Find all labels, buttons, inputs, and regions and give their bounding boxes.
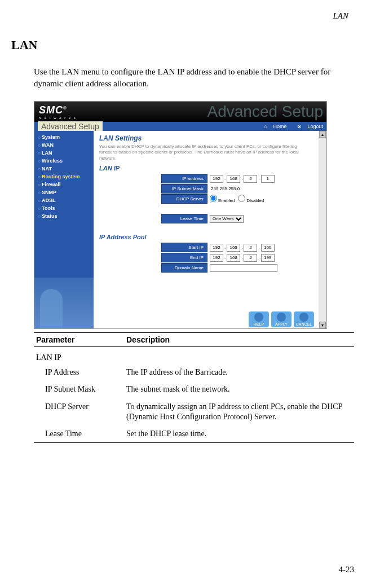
sidebar-item-status[interactable]: Status — [34, 212, 94, 220]
param-ip-subnet-mask: IP Subnet Mask — [34, 381, 124, 398]
dhcp-row: DHCP Server Enabled Disabled — [161, 194, 313, 204]
help-button[interactable]: HELP — [249, 311, 269, 327]
topbar-right: ⌂ Home ⊗ Logout — [255, 124, 323, 129]
param-lease-time: Lease Time — [34, 425, 124, 443]
start-ip-3[interactable] — [244, 244, 257, 252]
ip-octet-4[interactable] — [261, 175, 275, 183]
logo-sub: N e t w o r k s — [39, 116, 77, 120]
subnet-value: 255.255.255.0 — [210, 186, 240, 191]
lease-label: Lease Time — [161, 214, 207, 223]
intro-paragraph: Use the LAN menu to configure the LAN IP… — [34, 66, 354, 90]
logout-link[interactable]: ⊗ Logout — [293, 124, 323, 129]
sidebar-item-system[interactable]: System — [34, 133, 94, 141]
param-ip-address: IP Address — [34, 364, 124, 381]
end-ip-4[interactable] — [261, 254, 275, 262]
end-ip-label: End IP — [161, 253, 207, 262]
end-ip-row: End IP . . . — [161, 253, 313, 262]
desc-dhcp-server: To dynamically assign an IP address to c… — [124, 398, 354, 425]
subnet-label: IP Subnet Mask — [161, 184, 207, 194]
domain-row: Domain Name — [161, 263, 313, 273]
th-parameter: Parameter — [34, 333, 124, 347]
sidebar-item-lan[interactable]: LAN — [34, 149, 94, 157]
screenshot-topbar: Advanced Setup ⌂ Home ⊗ Logout — [34, 122, 326, 131]
logout-label: Logout — [307, 124, 323, 129]
logo-reg: ® — [63, 106, 67, 111]
desc-ip-address: The IP address of the Barricade. — [124, 364, 354, 381]
main-description: You can enable DHCP to dynamically alloc… — [99, 144, 313, 161]
home-link[interactable]: ⌂ Home — [259, 124, 286, 129]
sidebar-item-firewall[interactable]: Firewall — [34, 181, 94, 188]
scrollbar[interactable]: ▴ ▾ — [319, 131, 326, 328]
help-icon — [254, 313, 263, 322]
ip-octet-2[interactable] — [227, 175, 240, 183]
end-ip-3[interactable] — [244, 254, 257, 262]
end-ip-1[interactable] — [210, 254, 223, 262]
pool-title: IP Address Pool — [99, 234, 313, 240]
apply-label: APPLY — [275, 322, 288, 326]
sidebar-image-area — [34, 278, 94, 328]
section-title: LAN — [11, 38, 354, 52]
topbar-title: Advanced Setup — [38, 121, 103, 131]
dhcp-disabled-text: Disabled — [246, 198, 264, 203]
help-label: HELP — [254, 322, 264, 326]
main-title: LAN Settings — [99, 134, 313, 142]
sidebar-item-wireless[interactable]: Wireless — [34, 157, 94, 165]
person-silhouette — [40, 289, 63, 328]
sidebar-item-snmp[interactable]: SNMP — [34, 188, 94, 196]
start-ip-4[interactable] — [261, 244, 275, 252]
scroll-up-icon[interactable]: ▴ — [319, 131, 326, 138]
sidebar-item-adsl[interactable]: ADSL — [34, 196, 94, 204]
logo: SMC® N e t w o r k s — [39, 104, 77, 120]
dhcp-enabled-radio[interactable] — [210, 195, 217, 202]
start-ip-2[interactable] — [227, 244, 240, 252]
cancel-icon — [299, 313, 308, 322]
dhcp-disabled-radio[interactable] — [238, 195, 245, 202]
domain-label: Domain Name — [161, 263, 207, 273]
end-ip-2[interactable] — [227, 254, 240, 262]
dhcp-enabled-option[interactable]: Enabled — [210, 195, 235, 203]
ip-octet-1[interactable] — [210, 175, 223, 183]
screenshot-header: SMC® N e t w o r k s — [34, 102, 326, 122]
parameter-table: Parameter Description LAN IPIP AddressTh… — [34, 332, 354, 443]
screenshot-body: SystemWANLANWirelessNATRouting systemFir… — [34, 131, 326, 328]
page-header-label: LAN — [11, 11, 348, 21]
apply-icon — [277, 313, 286, 322]
desc-ip-subnet-mask: The subnet mask of the network. — [124, 381, 354, 398]
cancel-label: CANCEL — [296, 322, 312, 326]
start-ip-label: Start IP — [161, 243, 207, 252]
sidebar-item-wan[interactable]: WAN — [34, 141, 94, 149]
lease-row: Lease Time One Week — [161, 214, 313, 223]
ip-address-label: IP address — [161, 174, 207, 183]
lan-ip-title: LAN IP — [99, 165, 313, 172]
ip-octet-3[interactable] — [244, 175, 257, 183]
domain-input[interactable] — [210, 264, 277, 272]
screenshot-main: LAN Settings You can enable DHCP to dyna… — [94, 131, 319, 328]
param-dhcp-server: DHCP Server — [34, 398, 124, 425]
home-icon: ⌂ — [264, 124, 267, 129]
dhcp-disabled-option[interactable]: Disabled — [238, 195, 264, 203]
dhcp-enabled-text: Enabled — [218, 198, 235, 203]
sidebar-item-tools[interactable]: Tools — [34, 204, 94, 212]
group-lan-ip: LAN IP — [34, 347, 354, 365]
embedded-screenshot: Advanced Setup SMC® N e t w o r k s Adva… — [34, 101, 327, 329]
subnet-row: IP Subnet Mask 255.255.255.0 — [161, 184, 313, 194]
sidebar-item-nat[interactable]: NAT — [34, 165, 94, 173]
logo-text: SMC — [39, 104, 63, 116]
start-ip-row: Start IP . . . — [161, 243, 313, 252]
lease-select[interactable]: One Week — [210, 215, 244, 223]
dhcp-label: DHCP Server — [161, 194, 207, 204]
desc-lease-time: Set the DHCP lease time. — [124, 425, 354, 443]
action-buttons: HELP APPLY CANCEL — [249, 311, 314, 327]
th-description: Description — [124, 333, 354, 347]
cancel-button[interactable]: CANCEL — [294, 311, 314, 327]
home-label: Home — [273, 124, 286, 129]
start-ip-1[interactable] — [210, 244, 223, 252]
apply-button[interactable]: APPLY — [271, 311, 292, 327]
page-number: 4-23 — [339, 565, 355, 574]
sidebar-item-routing-system[interactable]: Routing system — [34, 173, 94, 181]
screenshot-sidebar: SystemWANLANWirelessNATRouting systemFir… — [34, 131, 94, 328]
ip-address-row: IP address . . . — [161, 174, 313, 183]
scroll-down-icon[interactable]: ▾ — [319, 322, 326, 328]
logout-icon: ⊗ — [297, 124, 302, 129]
